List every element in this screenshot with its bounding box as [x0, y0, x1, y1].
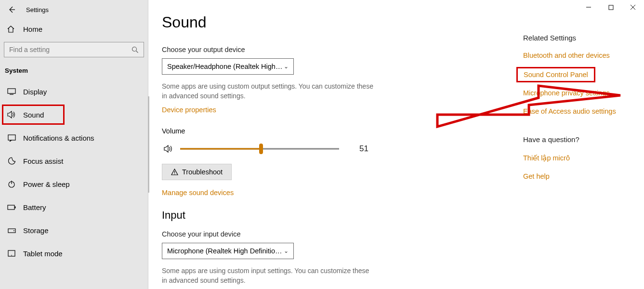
focus-assist-icon	[7, 157, 16, 165]
chevron-down-icon: ⌄	[284, 63, 289, 70]
svg-rect-7	[8, 89, 15, 93]
sidebar-item-focus-assist[interactable]: Focus assist	[0, 149, 148, 172]
sidebar-item-label: Battery	[23, 203, 46, 211]
search-input[interactable]	[4, 42, 144, 57]
sidebar-item-power-sleep[interactable]: Power & sleep	[0, 172, 148, 196]
warning-icon	[171, 169, 178, 175]
back-arrow-icon[interactable]	[7, 6, 16, 13]
svg-point-19	[174, 173, 175, 174]
link-get-help[interactable]: Get help	[523, 172, 616, 180]
home-label: Home	[23, 25, 42, 33]
main-content: Sound Choose your output device Speaker/…	[162, 13, 513, 289]
volume-slider[interactable]	[180, 144, 339, 154]
link-bluetooth-devices[interactable]: Bluetooth and other devices	[523, 52, 616, 59]
sidebar-item-sound[interactable]: Sound	[0, 103, 148, 126]
link-setup-microphone[interactable]: Thiết lập micrô	[523, 154, 616, 162]
manage-sound-devices-link[interactable]: Manage sound devices	[162, 189, 234, 197]
page-title: Sound	[162, 13, 513, 31]
link-ease-of-access-audio[interactable]: Ease of Access audio settings	[523, 107, 616, 115]
window-close-button[interactable]	[622, 0, 644, 14]
sidebar-item-tablet-mode[interactable]: Tablet mode	[0, 242, 148, 265]
annotation-highlight-box	[2, 105, 65, 125]
chevron-down-icon: ⌄	[284, 248, 289, 254]
volume-value: 51	[359, 144, 368, 154]
troubleshoot-button[interactable]: Troubleshoot	[162, 164, 232, 180]
sidebar-item-label: Storage	[23, 226, 49, 235]
svg-line-6	[136, 51, 138, 53]
sidebar-item-label: Tablet mode	[23, 250, 63, 258]
battery-icon	[7, 205, 16, 210]
sidebar-item-storage[interactable]: Storage	[0, 219, 148, 242]
sidebar-item-display[interactable]: Display	[0, 80, 148, 103]
output-desc: Some apps are using custom output settin…	[162, 81, 374, 101]
notifications-icon	[7, 134, 16, 142]
svg-point-5	[132, 47, 137, 51]
window-minimize-button[interactable]	[578, 0, 600, 14]
svg-rect-13	[15, 206, 16, 208]
right-column: Related Settings Bluetooth and other dev…	[523, 13, 616, 289]
sidebar-item-battery[interactable]: Battery	[0, 196, 148, 219]
home-button[interactable]: Home	[0, 19, 148, 39]
annotation-highlight-box: Sound Control Panel	[516, 67, 595, 82]
svg-rect-9	[8, 135, 15, 140]
search-icon	[131, 46, 139, 53]
storage-icon	[7, 227, 16, 233]
svg-rect-1	[609, 5, 613, 10]
sidebar-item-label: Notifications & actions	[23, 134, 94, 142]
home-icon	[7, 25, 16, 33]
output-device-selected: Speaker/Headphone (Realtek High…	[167, 63, 282, 70]
display-icon	[7, 88, 16, 95]
sidebar: Settings Home System Display Sound	[0, 0, 148, 289]
troubleshoot-label: Troubleshoot	[182, 168, 223, 176]
nav-section-title: System	[0, 64, 148, 80]
search-field[interactable]	[9, 46, 131, 53]
sidebar-item-notifications[interactable]: Notifications & actions	[0, 126, 148, 149]
input-device-selected: Microphone (Realtek High Definitio…	[167, 247, 282, 255]
sidebar-item-label: Focus assist	[23, 157, 63, 165]
related-settings-title: Related Settings	[523, 34, 616, 42]
output-device-label: Choose your output device	[162, 46, 513, 53]
svg-point-17	[11, 255, 12, 256]
volume-slider-thumb[interactable]	[259, 144, 263, 154]
have-question-title: Have a question?	[523, 135, 616, 144]
speaker-icon[interactable]	[164, 144, 173, 153]
output-device-select[interactable]: Speaker/Headphone (Realtek High… ⌄	[162, 58, 294, 75]
link-sound-control-panel[interactable]: Sound Control Panel	[524, 71, 588, 79]
window-maximize-button[interactable]	[600, 0, 622, 14]
volume-label: Volume	[162, 127, 513, 135]
input-heading: Input	[162, 209, 513, 222]
link-microphone-privacy[interactable]: Microphone privacy settings	[523, 89, 616, 97]
svg-point-15	[13, 230, 14, 231]
output-device-properties-link[interactable]: Device properties	[162, 106, 216, 114]
tablet-icon	[7, 250, 16, 257]
svg-rect-12	[8, 205, 14, 210]
sidebar-item-label: Power & sleep	[23, 180, 70, 188]
input-desc: Some apps are using custom input setting…	[162, 266, 374, 286]
sidebar-item-label: Display	[23, 88, 47, 96]
input-device-select[interactable]: Microphone (Realtek High Definitio… ⌄	[162, 243, 294, 259]
app-title: Settings	[26, 6, 49, 13]
power-icon	[7, 180, 16, 188]
input-device-label: Choose your input device	[162, 230, 513, 238]
